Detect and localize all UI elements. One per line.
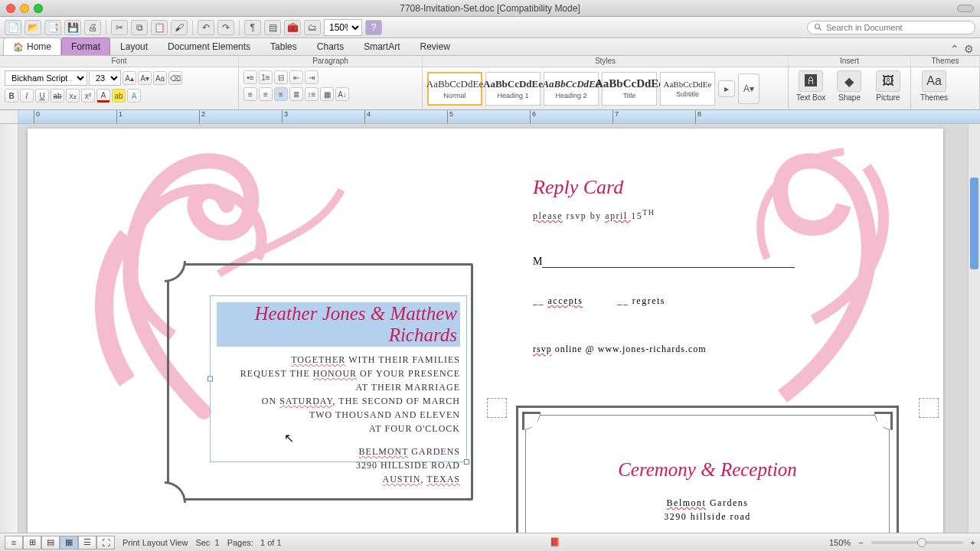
invite-line-6[interactable]: at four o'clock bbox=[217, 422, 460, 435]
align-center-button[interactable]: ≡ bbox=[259, 87, 273, 101]
invite-line-1[interactable]: Together with their families bbox=[217, 353, 460, 367]
tab-review[interactable]: Review bbox=[410, 37, 459, 55]
text-effects-button[interactable]: A bbox=[127, 89, 141, 103]
view-notebook-button[interactable]: ☰ bbox=[78, 536, 96, 549]
ribbon-prefs-icon[interactable]: ⚙ bbox=[964, 43, 974, 55]
search-input[interactable] bbox=[826, 23, 969, 32]
format-painter-icon[interactable]: 🖌 bbox=[171, 20, 188, 35]
invite-line-2[interactable]: request the honour of your presence bbox=[217, 367, 460, 380]
new-doc-icon[interactable]: 📄 bbox=[5, 20, 21, 35]
sidebar-icon[interactable]: ▤ bbox=[264, 20, 281, 35]
pilcrow-icon[interactable]: ¶ bbox=[244, 20, 261, 35]
invite-address[interactable]: 3290 hillside road bbox=[217, 458, 460, 472]
grow-font-icon[interactable]: A▴ bbox=[122, 71, 136, 85]
zoom-out-button[interactable]: − bbox=[858, 538, 863, 547]
invite-line-5[interactable]: two thousand and eleven bbox=[217, 408, 460, 422]
shrink-font-icon[interactable]: A▾ bbox=[138, 71, 152, 85]
numbering-button[interactable]: 1≡ bbox=[259, 70, 273, 84]
change-case-icon[interactable]: Aa bbox=[153, 71, 167, 85]
style-subtitle[interactable]: AaBbCcDdEeSubtitle bbox=[660, 72, 715, 106]
align-left-button[interactable]: ≡ bbox=[243, 87, 257, 101]
superscript-button[interactable]: x² bbox=[81, 89, 95, 103]
line-spacing-button[interactable]: ↕≡ bbox=[305, 87, 318, 101]
tab-tables[interactable]: Tables bbox=[260, 37, 307, 55]
view-outline-button[interactable]: ⊞ bbox=[23, 536, 41, 549]
collapse-ribbon-icon[interactable]: ⌃ bbox=[950, 43, 959, 55]
underline-button[interactable]: U bbox=[35, 89, 49, 103]
scrollbar-vertical[interactable] bbox=[968, 124, 980, 533]
styles-more-icon[interactable]: ▸ bbox=[718, 80, 735, 97]
view-draft-button[interactable]: ≡ bbox=[5, 536, 23, 549]
style-heading1[interactable]: AaBbCcDdEeHeading 1 bbox=[485, 72, 541, 106]
zoom-percent[interactable]: 150% bbox=[829, 538, 851, 547]
tab-document-elements[interactable]: Document Elements bbox=[158, 37, 260, 55]
resize-handle-br[interactable] bbox=[464, 459, 469, 465]
increase-indent-button[interactable]: ⇥ bbox=[305, 70, 318, 84]
view-publishing-button[interactable]: ▤ bbox=[41, 536, 60, 549]
close-icon[interactable] bbox=[6, 4, 15, 13]
insert-picture[interactable]: 🖼Picture bbox=[871, 70, 906, 106]
style-title[interactable]: AaBbCcDdEeTitle bbox=[602, 72, 657, 106]
font-size-select[interactable]: 23 bbox=[89, 70, 121, 86]
paste-icon[interactable]: 📋 bbox=[151, 20, 168, 35]
search-box[interactable] bbox=[807, 21, 975, 34]
clear-format-icon[interactable]: ⌫ bbox=[168, 71, 182, 85]
cut-icon[interactable]: ✂ bbox=[111, 20, 128, 35]
tab-smartart[interactable]: SmartArt bbox=[354, 37, 410, 55]
copy-icon[interactable]: ⧉ bbox=[131, 20, 148, 35]
view-print-button[interactable]: ▦ bbox=[60, 536, 78, 549]
redo-icon[interactable]: ↷ bbox=[217, 20, 234, 35]
tab-layout[interactable]: Layout bbox=[110, 37, 158, 55]
sort-button[interactable]: A↓ bbox=[335, 87, 349, 101]
template-icon[interactable]: 📑 bbox=[44, 20, 61, 35]
invite-venue[interactable]: Belmont Gardens bbox=[217, 445, 460, 458]
styles-pane-icon[interactable]: A▾ bbox=[738, 73, 760, 104]
help-icon[interactable]: ? bbox=[365, 20, 382, 35]
tab-home[interactable]: Home bbox=[3, 37, 61, 55]
shading-button[interactable]: ▦ bbox=[320, 87, 334, 101]
style-normal[interactable]: AaBbCcDdEeNormal bbox=[427, 72, 482, 106]
highlight-button[interactable]: ab bbox=[112, 89, 126, 103]
zoom-knob[interactable] bbox=[917, 538, 926, 547]
align-right-button[interactable]: ≡ bbox=[274, 87, 288, 101]
subscript-button[interactable]: x₂ bbox=[66, 89, 80, 103]
save-icon[interactable]: 💾 bbox=[64, 20, 81, 35]
view-fullscreen-button[interactable]: ⛶ bbox=[96, 536, 115, 549]
ruler-horizontal[interactable]: 012345678 bbox=[0, 110, 980, 124]
scroll-thumb[interactable] bbox=[970, 178, 978, 269]
invitation-textbox[interactable]: Heather Jones & Matthew Richards Togethe… bbox=[210, 295, 467, 462]
decrease-indent-button[interactable]: ⇤ bbox=[289, 70, 303, 84]
undo-icon[interactable]: ↶ bbox=[198, 20, 214, 35]
zoom-select[interactable]: 150% bbox=[324, 19, 362, 36]
resize-handle-left[interactable] bbox=[207, 377, 213, 382]
justify-button[interactable]: ≣ bbox=[289, 87, 303, 101]
insert-textbox[interactable]: 🅰Text Box bbox=[793, 70, 828, 106]
bold-button[interactable]: B bbox=[5, 89, 18, 103]
bullets-button[interactable]: •≡ bbox=[243, 70, 257, 84]
style-heading2[interactable]: AaBbCcDdEeHeading 2 bbox=[544, 72, 599, 106]
document-page[interactable]: Heather Jones & Matthew Richards Togethe… bbox=[28, 129, 943, 533]
invite-line-4[interactable]: on Saturday, the second of March bbox=[217, 394, 460, 408]
minimize-icon[interactable] bbox=[20, 4, 29, 13]
themes-button[interactable]: AaThemes bbox=[916, 70, 952, 106]
invite-city[interactable]: Austin, Texas bbox=[217, 472, 460, 486]
couple-names[interactable]: Heather Jones & Matthew Richards bbox=[217, 302, 460, 347]
toolbox-icon[interactable]: 🧰 bbox=[284, 20, 301, 35]
open-icon[interactable]: 📂 bbox=[24, 20, 41, 35]
zoom-icon[interactable] bbox=[34, 4, 43, 13]
font-color-button[interactable]: A bbox=[96, 89, 110, 103]
zoom-slider[interactable] bbox=[871, 541, 963, 544]
insert-shape[interactable]: ◆Shape bbox=[831, 70, 867, 106]
spell-icon[interactable]: 📕 bbox=[550, 537, 560, 547]
invite-line-3[interactable]: at their marriage bbox=[217, 380, 460, 394]
tab-charts[interactable]: Charts bbox=[307, 37, 354, 55]
print-icon[interactable]: 🖨 bbox=[84, 20, 101, 35]
font-name-select[interactable]: Bickham Script ... bbox=[5, 70, 87, 86]
italic-button[interactable]: I bbox=[20, 89, 34, 103]
tab-format[interactable]: Format bbox=[61, 37, 110, 55]
gallery-icon[interactable]: 🗂 bbox=[304, 20, 321, 35]
ruler-vertical[interactable] bbox=[0, 124, 18, 533]
strike-button[interactable]: ab bbox=[51, 89, 64, 103]
titlebar-pill[interactable] bbox=[957, 5, 974, 12]
zoom-in-button[interactable]: + bbox=[971, 538, 975, 547]
